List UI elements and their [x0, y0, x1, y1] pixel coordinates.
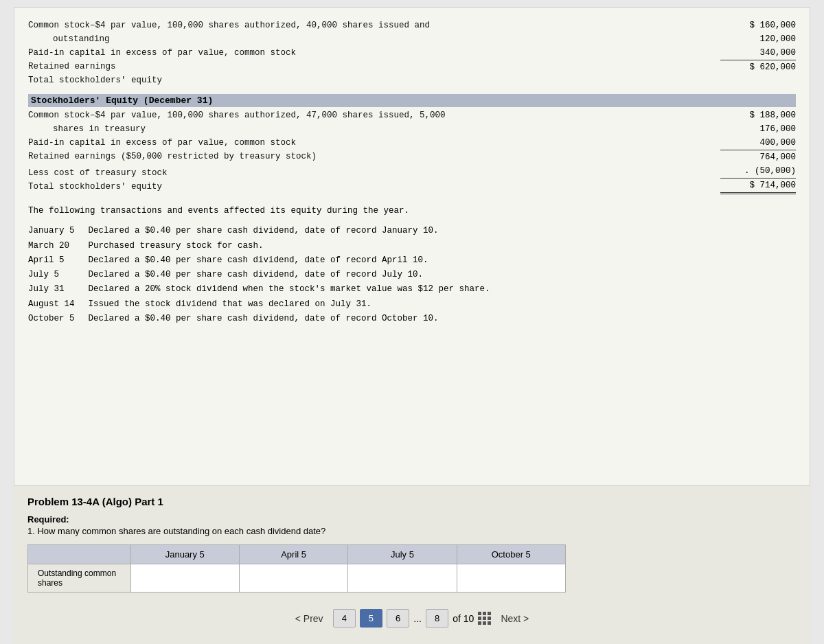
transactions-section: The following transactions and events af… [28, 204, 796, 326]
prev-button[interactable]: < Prev [290, 610, 329, 628]
input-oct5[interactable] [467, 573, 556, 584]
page-btn-8[interactable]: 8 [426, 609, 448, 628]
input-jan5[interactable] [141, 573, 229, 584]
table-row: Outstanding common shares [28, 564, 566, 593]
december-section: Stockholders' Equity (December 31) Commo… [28, 94, 796, 194]
next-button[interactable]: Next > [495, 610, 534, 628]
question-text: 1. How many common shares are outstandin… [27, 526, 797, 536]
of-text: of 10 [453, 613, 474, 624]
grid-icon [478, 612, 491, 625]
col-header-jan5: January 5 [130, 545, 239, 564]
pagination-bar: < Prev 4 5 6 ... 8 of 10 Next > [27, 601, 797, 634]
transaction-row-jul5: July 5 Declared a $0.40 per share cash d… [28, 268, 796, 282]
input-apr5[interactable] [249, 573, 338, 584]
page-ellipsis: ... [413, 613, 422, 624]
page-btn-4[interactable]: 4 [333, 609, 356, 628]
transactions-list: January 5 Declared a $0.40 per share cas… [28, 224, 796, 326]
transaction-row-apr5: April 5 Declared a $0.40 per share cash … [28, 253, 796, 268]
cell-oct5[interactable] [457, 564, 565, 593]
transaction-row-oct5: October 5 Declared a $0.40 per share cas… [28, 312, 796, 326]
col-header-jul5: July 5 [348, 545, 457, 564]
transaction-row-jan5: January 5 Declared a $0.40 per share cas… [28, 224, 796, 238]
january-section: Common stock–$4 par value, 100,000 share… [28, 19, 796, 87]
input-jul5[interactable] [358, 573, 446, 584]
january-text-lines: Common stock–$4 par value, 100,000 share… [28, 19, 430, 87]
cell-jul5[interactable] [348, 564, 457, 593]
cell-apr5[interactable] [239, 564, 347, 593]
transaction-row-jul31: July 31 Declared a 20% stock dividend wh… [28, 282, 796, 297]
page-btn-5[interactable]: 5 [360, 609, 382, 628]
main-container: Common stock–$4 par value, 100,000 share… [0, 0, 824, 644]
content-area: Common stock–$4 par value, 100,000 share… [14, 7, 810, 486]
december-text-lines: Common stock–$4 par value, 100,000 share… [28, 108, 446, 194]
required-label: Required: [27, 514, 797, 525]
col-header-apr5: April 5 [239, 545, 347, 564]
outstanding-shares-table: January 5 April 5 July 5 October 5 Outst… [27, 544, 566, 593]
page-btn-6[interactable]: 6 [387, 609, 409, 628]
col-header-empty [28, 545, 131, 564]
transaction-row-aug14: August 14 Issued the stock dividend that… [28, 297, 796, 312]
december-header: Stockholders' Equity (December 31) [28, 94, 796, 107]
problem-title: Problem 13-4A (Algo) Part 1 [27, 496, 797, 507]
following-text: The following transactions and events af… [28, 204, 796, 218]
december-amounts: $ 188,000 176,000 400,000 764,000 . (50,… [720, 108, 796, 194]
col-header-oct5: October 5 [457, 545, 565, 564]
cell-jan5[interactable] [130, 564, 239, 593]
row-label-outstanding: Outstanding common shares [28, 564, 131, 593]
transaction-row-mar20: March 20 Purchased treasury stock for ca… [28, 239, 796, 253]
january-amounts: $ 160,000 120,000 340,000 $ 620,000 [720, 19, 796, 74]
problem-section: Problem 13-4A (Algo) Part 1 Required: 1.… [14, 486, 810, 644]
